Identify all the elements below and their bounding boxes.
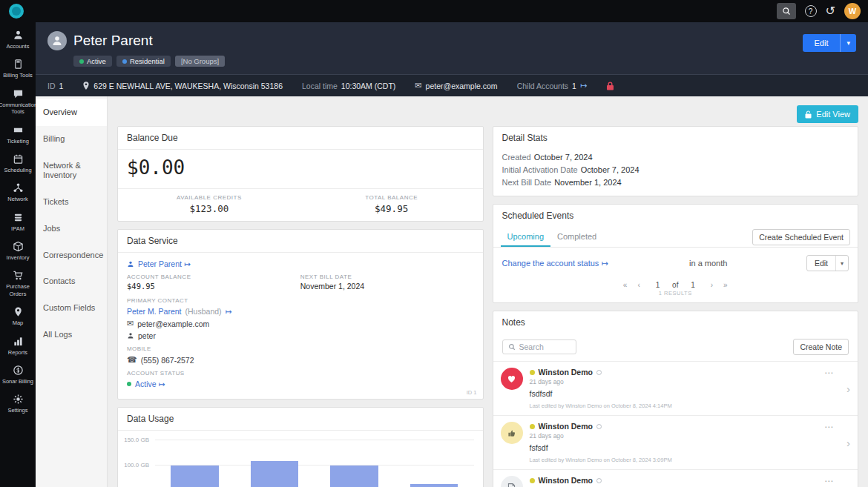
data-usage-chart: 150.0 GB 100.0 GB 50.0 GB 0.0 B bbox=[118, 431, 483, 487]
primary-contact-link[interactable]: Peter M. Parent bbox=[127, 307, 182, 316]
account-type-badge: Residential bbox=[116, 56, 171, 67]
note-avatar-icon bbox=[507, 483, 516, 487]
status-badge: Active bbox=[73, 56, 112, 67]
account-avatar bbox=[47, 31, 67, 50]
account-email[interactable]: ✉peter@example.com bbox=[415, 81, 497, 90]
sidebar-item-label: Inventory bbox=[7, 254, 30, 261]
notes-search[interactable] bbox=[502, 339, 576, 354]
history-button[interactable]: ↺ bbox=[826, 5, 835, 17]
sonar-logo[interactable] bbox=[9, 4, 24, 19]
help-button[interactable]: ? bbox=[805, 5, 817, 17]
sidebar-item-network[interactable]: Network bbox=[0, 178, 36, 207]
chevron-right-icon[interactable]: › bbox=[846, 437, 850, 449]
status-dot-icon bbox=[79, 59, 84, 64]
child-accounts[interactable]: Child Accounts1↦ bbox=[517, 81, 588, 90]
service-account-link[interactable]: Peter Parent↦ bbox=[138, 259, 191, 268]
note-footer: Last edited by Winston Demo on October 8… bbox=[530, 402, 836, 409]
visibility-ring-icon bbox=[596, 424, 602, 429]
sidebar-item-ticketing[interactable]: Ticketing bbox=[0, 120, 36, 149]
sidebar-item-label: Billing Tools bbox=[3, 72, 32, 79]
note-more-icon[interactable]: ⋯ bbox=[824, 422, 834, 432]
contact-relation: (Husband) bbox=[185, 307, 222, 316]
chevron-down-icon[interactable]: ▾ bbox=[836, 256, 848, 271]
sidebar-item-purchase-orders[interactable]: Purchase Orders bbox=[0, 265, 36, 302]
account-type-label: Residential bbox=[130, 57, 165, 65]
sidebar-item-scheduling[interactable]: Scheduling bbox=[0, 149, 36, 178]
subnav-item-all-logs[interactable]: All Logs bbox=[36, 322, 107, 348]
sidebar-item-label: Scheduling bbox=[4, 167, 31, 173]
network-icon bbox=[13, 182, 24, 193]
subnav-item-tickets[interactable]: Tickets bbox=[36, 189, 107, 216]
sidebar-item-communication-tools[interactable]: Communication Tools bbox=[0, 84, 36, 120]
data-service-title: Data Service bbox=[118, 230, 483, 253]
prev-page-button[interactable]: ‹ bbox=[637, 281, 640, 289]
first-page-button[interactable]: « bbox=[623, 281, 628, 289]
create-scheduled-event-button[interactable]: Create Scheduled Event bbox=[752, 229, 850, 245]
note-row[interactable]: Winston Demo 21 days ago fsdf Last edite… bbox=[493, 469, 858, 487]
sidebar-item-reports[interactable]: Reports bbox=[0, 331, 36, 360]
chat-icon bbox=[13, 88, 24, 99]
sidebar-item-ipam[interactable]: IPAM bbox=[0, 208, 36, 236]
account-id: ID1 bbox=[47, 82, 63, 90]
subnav-item-jobs[interactable]: Jobs bbox=[36, 216, 107, 242]
event-edit-button[interactable]: Edit ▾ bbox=[806, 255, 849, 271]
subnav-item-network-inventory[interactable]: Network & Inventory bbox=[36, 153, 107, 190]
goto-icon[interactable]: ↦ bbox=[580, 81, 587, 90]
sidebar-item-map[interactable]: Map bbox=[0, 302, 36, 331]
box-icon bbox=[13, 241, 24, 252]
account-status-link[interactable]: Active↦ bbox=[135, 380, 165, 388]
note-row[interactable]: Winston Demo 21 days ago fsfsdf Last edi… bbox=[493, 415, 858, 469]
edit-account-button[interactable]: Edit ▾ bbox=[803, 34, 857, 52]
edit-view-label: Edit View bbox=[816, 110, 850, 119]
stat-next-bill: Next Bill DateNovember 1, 2024 bbox=[502, 176, 849, 188]
chart-plot-area bbox=[155, 440, 474, 487]
global-search-button[interactable] bbox=[777, 3, 796, 19]
notes-search-input[interactable] bbox=[519, 342, 571, 351]
tab-completed[interactable]: Completed bbox=[550, 227, 603, 247]
subnav-item-billing[interactable]: Billing bbox=[36, 126, 107, 153]
last-page-button[interactable]: » bbox=[723, 281, 728, 289]
next-bill-date: NEXT BILL DATE November 1, 2024 bbox=[300, 274, 474, 291]
goto-icon[interactable]: ↦ bbox=[226, 307, 232, 316]
subnav-item-custom-fields[interactable]: Custom Fields bbox=[36, 295, 107, 322]
account-address[interactable]: 629 E NEWHALL AVE, WAUKESHA, Wisconsin 5… bbox=[82, 82, 283, 90]
note-more-icon[interactable]: ⋯ bbox=[824, 476, 834, 486]
account-header: Edit ▾ Peter Parent Active Residential [… bbox=[36, 22, 868, 74]
user-avatar[interactable]: W bbox=[844, 3, 861, 19]
note-row[interactable]: Winston Demo 21 days ago fsdfsdf Last ed… bbox=[493, 361, 858, 415]
tab-upcoming[interactable]: Upcoming bbox=[501, 227, 551, 247]
sidebar-item-inventory[interactable]: Inventory bbox=[0, 236, 36, 265]
note-avatar bbox=[501, 368, 523, 390]
sidebar-item-billing-tools[interactable]: Billing Tools bbox=[0, 54, 36, 83]
event-link[interactable]: Change the account status↦ bbox=[502, 259, 690, 268]
chevron-down-icon[interactable]: ▾ bbox=[841, 34, 856, 52]
event-time: in a month bbox=[689, 259, 806, 268]
sidebar-item-sonar-billing[interactable]: Sonar Billing bbox=[0, 360, 36, 389]
search-icon bbox=[508, 343, 516, 351]
subnav-item-correspondence[interactable]: Correspondence bbox=[36, 242, 107, 269]
gear-icon bbox=[13, 394, 24, 405]
sidebar-item-label: Purchase Orders bbox=[1, 283, 34, 297]
lock-icon[interactable] bbox=[606, 82, 614, 90]
groups-badge: [No Groups] bbox=[175, 56, 225, 67]
sidebar-item-settings[interactable]: Settings bbox=[0, 389, 36, 418]
chevron-right-icon[interactable]: › bbox=[846, 382, 850, 395]
subnav-item-contacts[interactable]: Contacts bbox=[36, 268, 107, 295]
next-page-button[interactable]: › bbox=[711, 281, 713, 289]
subnav-item-overview[interactable]: Overview bbox=[36, 99, 107, 126]
edit-view-button[interactable]: Edit View bbox=[797, 105, 858, 123]
accounts-icon bbox=[13, 30, 24, 41]
current-page: 1 of 1 bbox=[651, 281, 700, 289]
create-note-button[interactable]: Create Note bbox=[793, 339, 849, 355]
stat-created: CreatedOctober 7, 2024 bbox=[502, 150, 849, 163]
unlock-icon bbox=[805, 110, 812, 119]
sidebar-item-label: IPAM bbox=[11, 225, 24, 232]
sidebar-item-label: Ticketing bbox=[7, 138, 29, 145]
person-icon bbox=[127, 332, 134, 339]
sidebar-item-label: Sonar Billing bbox=[2, 378, 33, 385]
account-balance: ACCOUNT BALANCE $49.95 bbox=[127, 274, 300, 291]
sidebar-item-accounts[interactable]: Accounts bbox=[0, 25, 36, 54]
contact-username-row: peter bbox=[127, 331, 474, 340]
data-usage-card: Data Usage 150.0 GB 100.0 GB 50.0 GB 0.0… bbox=[117, 407, 484, 487]
note-more-icon[interactable]: ⋯ bbox=[824, 368, 834, 378]
